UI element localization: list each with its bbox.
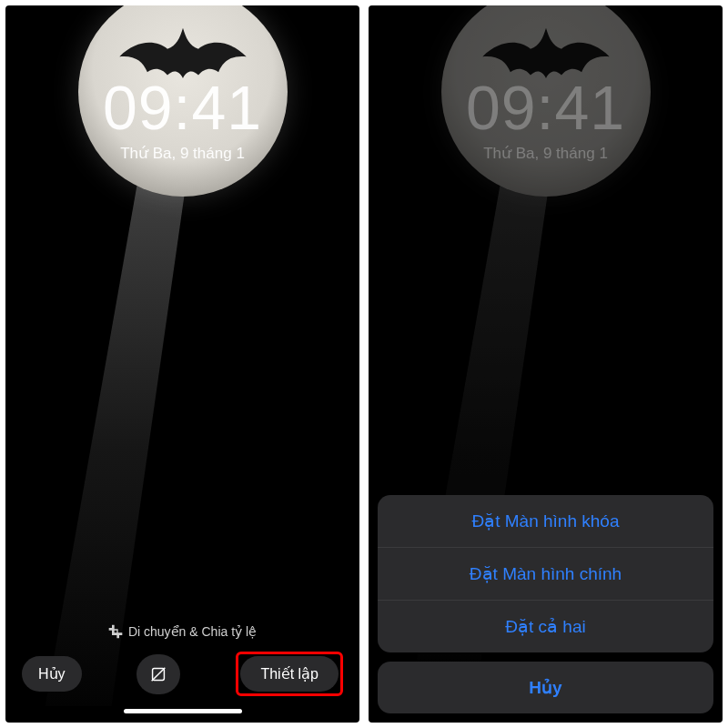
button-row: Hủy Thiết lập [5,652,359,705]
action-sheet: Đặt Màn hình khóa Đặt Màn hình chính Đặt… [378,495,713,713]
set-lock-screen-option[interactable]: Đặt Màn hình khóa [378,495,713,547]
set-both-label: Đặt cả hai [505,617,585,636]
phone-screen-preview: 09:41 Thứ Ba, 9 tháng 1 Di chuyển & Chia… [5,5,359,723]
lockscreen-clock: 09:41 Thứ Ba, 9 tháng 1 [5,76,359,163]
sheet-cancel-label: Hủy [529,678,561,697]
set-lock-label: Đặt Màn hình khóa [472,511,620,531]
bottom-controls: Di chuyển & Chia tỷ lệ Hủy Thiết lập [5,624,359,713]
clock-time: 09:41 [5,76,359,138]
svg-line-1 [152,667,166,681]
move-scale-label: Di chuyển & Chia tỷ lệ [128,624,257,639]
crop-icon [108,624,123,639]
set-home-screen-option[interactable]: Đặt Màn hình chính [378,547,713,600]
action-sheet-group: Đặt Màn hình khóa Đặt Màn hình chính Đặt… [378,495,713,652]
cancel-button-label: Hủy [38,665,66,682]
phone-screen-actionsheet: 09:41 Thứ Ba, 9 tháng 1 Đặt Màn hình khó… [369,5,723,723]
set-both-option[interactable]: Đặt cả hai [378,600,713,652]
clock-date: Thứ Ba, 9 tháng 1 [5,144,359,163]
cancel-button[interactable]: Hủy [22,656,82,692]
move-scale-hint[interactable]: Di chuyển & Chia tỷ lệ [5,624,359,639]
setup-button-label: Thiết lập [260,665,318,682]
action-sheet-cancel[interactable]: Hủy [378,662,713,713]
perspective-off-icon [148,664,168,684]
perspective-toggle-button[interactable] [136,654,180,694]
spotlight-cone [46,142,282,706]
home-indicator[interactable] [124,709,242,713]
setup-button[interactable]: Thiết lập [240,656,339,692]
set-home-label: Đặt Màn hình chính [470,564,622,583]
setup-button-highlight: Thiết lập [236,652,343,696]
